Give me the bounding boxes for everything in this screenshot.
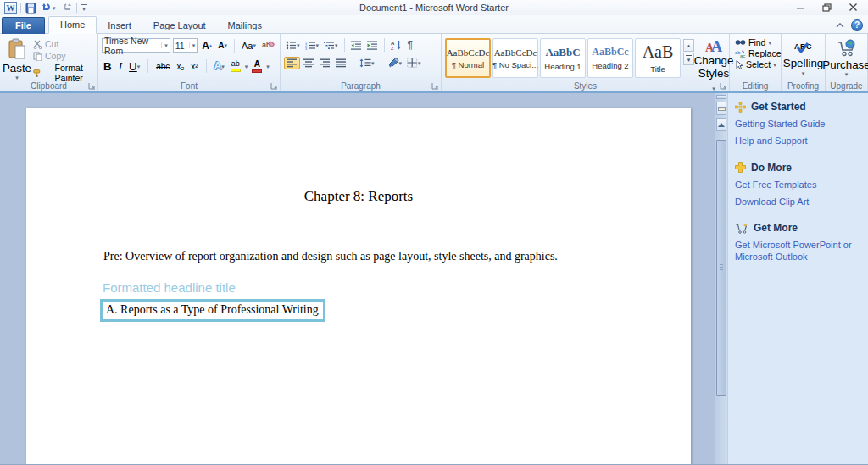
increase-indent-button[interactable] [365,40,380,51]
select-dropdown[interactable]: ▾ [773,62,776,68]
ruler-toggle-button[interactable] [716,102,726,115]
italic-button[interactable]: I [117,58,124,74]
bold-button[interactable]: B [102,59,114,74]
minimize-button[interactable] [794,0,807,16]
clear-formatting-button[interactable]: ab [260,39,276,52]
link-get-free-templates[interactable]: Get Free Templates [735,179,863,191]
tab-home[interactable]: Home [48,16,97,34]
link-getting-started-guide[interactable]: Getting Started Guide [735,118,863,130]
change-styles-button[interactable]: AA Change Styles ▾ [696,36,732,80]
tab-insert[interactable]: Insert [97,18,142,34]
cut-button[interactable]: Cut [33,39,94,49]
clipboard-dialog-launcher[interactable] [88,82,96,90]
style-heading-1[interactable]: AaBbC Heading 1 [540,38,586,78]
style-heading-2[interactable]: AaBbCc Heading 2 [587,38,633,78]
multilevel-list-dropdown[interactable]: ▾ [335,42,338,48]
undo-button[interactable]: ▾ [41,3,57,13]
justify-button[interactable] [334,58,348,69]
shading-dropdown[interactable]: ▾ [399,60,403,66]
spelling-dropdown[interactable]: ▾ [802,70,805,76]
text-effects-dropdown[interactable]: ▾ [221,64,225,69]
grow-font-button[interactable]: A▴ [200,39,214,53]
collapse-ribbon-button[interactable] [836,19,844,31]
copy-button[interactable]: Copy [33,51,94,61]
bullets-dropdown[interactable]: ▾ [297,42,300,48]
paragraph-dialog-launcher[interactable] [431,82,439,90]
text-effects-button[interactable]: A▾ [213,59,226,73]
undo-dropdown[interactable]: ▾ [53,5,56,11]
highlight-color-button[interactable]: ab [230,59,242,73]
scrollbar-thumb[interactable] [716,140,726,396]
style-normal[interactable]: AaBbCcDc ¶ Normal [445,38,491,78]
qat-customize-button[interactable]: ▾ [81,4,88,12]
paste-dropdown[interactable]: ▾ [15,75,19,80]
redo-button[interactable] [60,3,73,13]
align-left-button[interactable] [284,57,300,69]
borders-dropdown[interactable]: ▾ [418,60,421,66]
link-get-powerpoint-outlook[interactable]: Get Microsoft PowerPoint or Microsoft Ou… [735,239,862,263]
restore-button[interactable] [821,0,833,16]
style-no-spacing[interactable]: AaBbCcDc ¶ No Spaci... [492,38,538,78]
format-painter-button[interactable]: Format Painter [33,63,94,83]
styles-more-button[interactable]: ▾ [683,53,694,65]
show-hide-pilcrow-button[interactable]: ¶ [406,38,415,52]
purchase-button[interactable]: Purchase ▾ [829,36,864,77]
decrease-indent-button[interactable] [349,40,364,51]
tab-file[interactable]: File [2,17,45,34]
font-color-button[interactable]: A [251,59,263,74]
bullets-button[interactable]: ▾ [284,40,302,51]
strikethrough-button[interactable]: abc [154,61,171,72]
style-title[interactable]: AaB Title [635,38,681,78]
highlight-dropdown[interactable]: ▾ [245,64,248,69]
section-heading-text: Get More [754,222,798,234]
style-name: Title [650,64,665,74]
underline-button[interactable]: U▾ [127,59,142,74]
align-center-button[interactable] [302,58,316,69]
font-dialog-launcher[interactable] [270,82,278,90]
split-handle[interactable] [716,95,726,99]
shading-button[interactable]: ▾ [386,57,404,69]
change-case-button[interactable]: Aa▾ [240,40,258,52]
styles-dialog-launcher[interactable] [720,82,727,90]
find-button[interactable]: Find▾ [735,37,771,47]
word-logo-icon[interactable]: W [4,2,17,14]
numbering-button[interactable]: 123▾ [303,40,321,51]
close-button[interactable] [847,0,860,16]
tab-page-layout[interactable]: Page Layout [142,18,217,34]
document-title-text[interactable]: Chapter 8: Reports [26,188,691,205]
boxed-heading[interactable]: A. Reports as a Type of Professional Wri… [100,299,326,322]
superscript-button[interactable]: x² [189,61,199,72]
tab-mailings[interactable]: Mailings [217,18,273,34]
styles-scroll-up-button[interactable]: ▴ [683,39,694,52]
underline-dropdown[interactable]: ▾ [137,64,141,69]
multilevel-list-button[interactable]: ▾ [322,40,340,51]
numbering-dropdown[interactable]: ▾ [316,42,320,48]
paste-button[interactable]: Paste ▾ [3,36,31,80]
subscript-button[interactable]: x₂ [175,61,186,72]
document-page[interactable]: Chapter 8: Reports Pre: Overview of repo… [26,108,691,464]
formatted-headline-label[interactable]: Formatted headline title [103,280,236,295]
font-family-combobox[interactable]: Times New Rom ▾ [102,38,170,53]
spelling-button[interactable]: ABC Spelling ▾ [785,36,821,76]
document-body-text[interactable]: Pre: Overview of report organization and… [103,250,640,263]
help-button[interactable]: ? [851,19,863,31]
select-button[interactable]: Select▾ [735,59,776,69]
vertical-scrollbar[interactable] [715,93,727,464]
shrink-font-button[interactable]: A▾ [216,40,229,51]
line-spacing-button[interactable]: ▾ [358,58,376,69]
font-color-dropdown[interactable]: ▾ [266,64,270,69]
scroll-up-button[interactable] [716,118,726,131]
font-size-dropdown[interactable]: ▾ [189,42,196,48]
font-size-combobox[interactable]: 11 ▾ [173,38,198,53]
save-button[interactable] [25,3,37,14]
font-family-dropdown[interactable]: ▾ [161,42,168,48]
find-dropdown[interactable]: ▾ [768,40,771,46]
purchase-dropdown[interactable]: ▾ [845,71,849,77]
align-right-button[interactable] [318,58,332,69]
link-help-and-support[interactable]: Help and Support [735,135,863,147]
link-download-clip-art[interactable]: Download Clip Art [735,196,863,208]
line-spacing-dropdown[interactable]: ▾ [371,60,375,66]
sort-button[interactable]: AZ [389,39,404,51]
replace-button[interactable]: abac Replace [735,48,782,58]
borders-button[interactable]: ▾ [405,57,423,69]
